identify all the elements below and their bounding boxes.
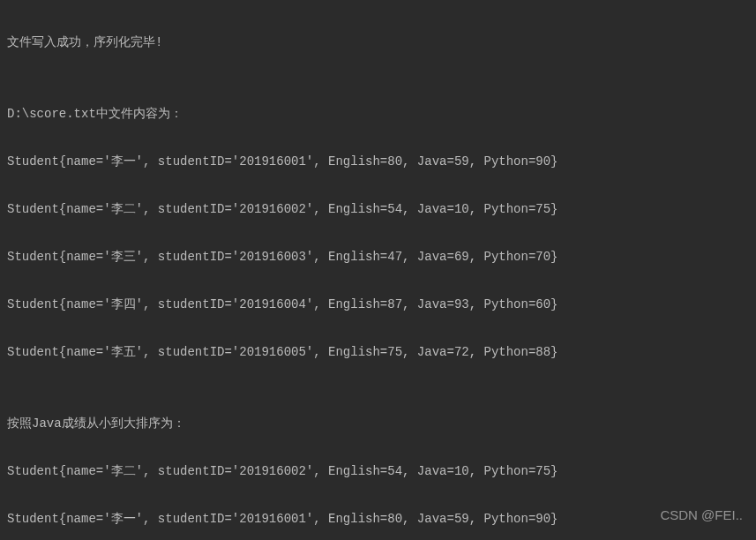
output-line: Student{name='李二', studentID='201916002'…	[7, 198, 749, 221]
watermark: CSDN @FEI..	[660, 503, 743, 527]
output-line: D:\score.txt中文件内容为：	[7, 102, 749, 126]
output-line: Student{name='李五', studentID='201916005'…	[7, 341, 749, 364]
output-line: Student{name='李一', studentID='201916001'…	[7, 507, 749, 531]
output-line: Student{name='李二', studentID='201916002'…	[7, 460, 749, 484]
output-line: Student{name='李四', studentID='201916004'…	[7, 293, 749, 317]
console-output: 文件写入成功，序列化完毕! D:\score.txt中文件内容为： Studen…	[7, 7, 749, 540]
output-line: Student{name='李三', studentID='201916003'…	[7, 245, 749, 269]
output-line: Student{name='李一', studentID='201916001'…	[7, 150, 749, 174]
output-line: 按照Java成绩从小到大排序为：	[7, 412, 749, 436]
output-line: 文件写入成功，序列化完毕!	[7, 31, 749, 55]
